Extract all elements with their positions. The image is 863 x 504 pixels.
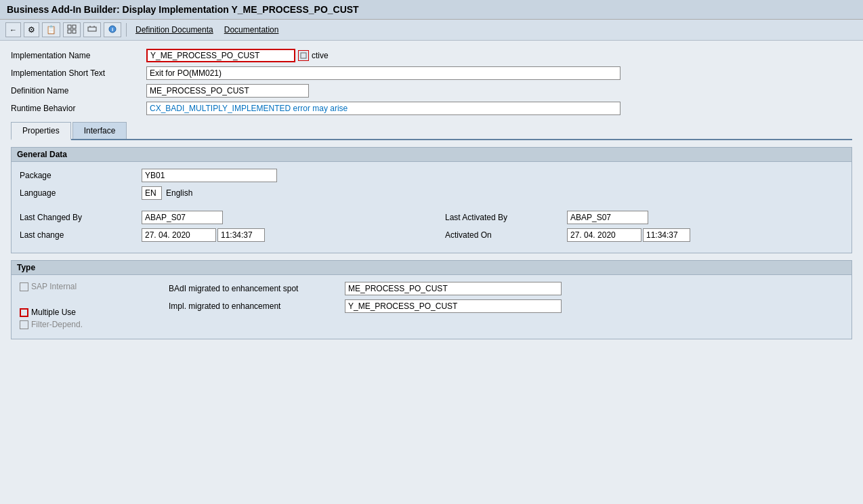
- activated-on-datetime: [567, 228, 690, 242]
- impl-short-input[interactable]: [146, 66, 620, 80]
- package-row: Package: [20, 169, 843, 182]
- runtime-value-box: CX_BADI_MULTIPLY_IMPLEMENTED error may a…: [146, 102, 620, 115]
- last-change-datetime: [142, 228, 265, 242]
- toolbar-icon-5: i: [108, 24, 117, 35]
- toolbar-icon-3: [67, 24, 77, 35]
- toolbar-btn-3[interactable]: [63, 22, 81, 37]
- svg-rect-0: [68, 25, 71, 28]
- activated-on-time-input[interactable]: [643, 228, 690, 242]
- language-row: Language English: [20, 186, 843, 200]
- def-name-input[interactable]: [146, 84, 309, 98]
- impl-short-label: Implementation Short Text: [11, 68, 146, 78]
- runtime-row: Runtime Behavior CX_BADI_MULTIPLY_IMPLEM…: [11, 102, 852, 115]
- impl-short-value-group: [146, 66, 620, 80]
- activated-on-row: Activated On: [445, 228, 843, 242]
- svg-rect-1: [72, 25, 76, 28]
- svg-rect-4: [88, 27, 96, 31]
- last-change-time-input[interactable]: [217, 228, 265, 242]
- type-right: BAdI migrated to enhancement spot Impl. …: [169, 282, 843, 332]
- toolbar-separator: [126, 23, 127, 37]
- type-left: SAP Internal Multiple Use Filter-Depend.: [20, 282, 169, 332]
- title-bar: Business Add-In Builder: Display Impleme…: [0, 0, 863, 20]
- toolbar-btn-4[interactable]: [83, 22, 101, 37]
- spacer-type: [20, 294, 169, 308]
- last-change-label: Last change: [20, 230, 142, 240]
- two-col-group: Last Changed By Last change Last Activat…: [20, 211, 843, 246]
- svg-rect-2: [68, 30, 71, 33]
- impl-migrated-row: Impl. migrated to enhancement: [169, 299, 843, 313]
- type-body: SAP Internal Multiple Use Filter-Depend.: [12, 275, 851, 339]
- svg-text:i: i: [112, 26, 113, 33]
- right-col: Last Activated By Activated On: [445, 211, 843, 246]
- back-button[interactable]: ←: [5, 22, 21, 37]
- impl-name-value-group: ctive: [146, 49, 329, 62]
- last-changed-by-input[interactable]: [142, 211, 223, 224]
- last-activated-by-label: Last Activated By: [445, 213, 567, 222]
- general-data-header: General Data: [12, 148, 851, 162]
- badi-migrated-row: BAdI migrated to enhancement spot: [169, 282, 843, 295]
- last-activated-by-input[interactable]: [567, 211, 648, 224]
- impl-name-icon[interactable]: [298, 50, 309, 61]
- general-data-section: General Data Package Language English La…: [11, 147, 852, 253]
- type-content: SAP Internal Multiple Use Filter-Depend.: [20, 282, 843, 332]
- def-name-row: Definition Name: [11, 84, 852, 98]
- toolbar-icon-1: ⚙: [28, 25, 35, 35]
- filter-depend-row: Filter-Depend.: [20, 320, 169, 329]
- sap-internal-row: SAP Internal: [20, 282, 169, 291]
- impl-name-label: Implementation Name: [11, 51, 146, 60]
- documentation-menu[interactable]: Documentation: [220, 24, 283, 36]
- filter-depend-label: Filter-Depend.: [31, 320, 83, 329]
- back-icon: ←: [9, 26, 17, 34]
- impl-migrated-input[interactable]: [345, 299, 562, 313]
- language-label: Language: [20, 188, 142, 198]
- language-code-input[interactable]: [142, 186, 162, 200]
- main-content: Implementation Name ctive Implementation…: [0, 41, 863, 348]
- multiple-use-row: Multiple Use: [20, 308, 169, 317]
- filter-depend-checkbox[interactable]: [20, 320, 28, 329]
- last-activated-by-row: Last Activated By: [445, 211, 843, 224]
- tab-properties[interactable]: Properties: [11, 122, 71, 140]
- tab-interface[interactable]: Interface: [72, 122, 127, 139]
- general-data-body: Package Language English Last Changed By…: [12, 162, 851, 253]
- type-section: Type SAP Internal Multiple Use: [11, 260, 852, 339]
- multiple-use-checkbox[interactable]: [20, 308, 28, 317]
- active-suffix: ctive: [312, 51, 329, 60]
- impl-migrated-label: Impl. migrated to enhancement: [169, 301, 345, 311]
- toolbar: ← ⚙ 📋 i: [0, 20, 863, 41]
- sap-internal-label: SAP Internal: [31, 282, 77, 291]
- multiple-use-label: Multiple Use: [31, 308, 76, 317]
- definition-documenta-menu[interactable]: Definition Documenta: [131, 24, 217, 36]
- last-change-row: Last change: [20, 228, 418, 242]
- last-change-date-input[interactable]: [142, 228, 216, 242]
- def-name-value-group: [146, 84, 309, 98]
- toolbar-icon-2: 📋: [46, 25, 56, 35]
- last-changed-by-label: Last Changed By: [20, 213, 142, 222]
- impl-name-input[interactable]: [146, 49, 295, 62]
- sap-internal-checkbox[interactable]: [20, 282, 28, 291]
- impl-name-row: Implementation Name ctive: [11, 49, 852, 62]
- tabs-container: Properties Interface: [11, 122, 852, 140]
- activated-on-label: Activated On: [445, 230, 567, 240]
- type-header: Type: [12, 261, 851, 275]
- runtime-label: Runtime Behavior: [11, 104, 146, 113]
- badi-migrated-input[interactable]: [345, 282, 562, 295]
- impl-short-row: Implementation Short Text: [11, 66, 852, 80]
- def-name-label: Definition Name: [11, 86, 146, 96]
- toolbar-btn-2[interactable]: 📋: [42, 22, 60, 37]
- runtime-value: CX_BADI_MULTIPLY_IMPLEMENTED error may a…: [150, 104, 348, 113]
- toolbar-btn-1[interactable]: ⚙: [24, 22, 39, 37]
- activated-on-date-input[interactable]: [567, 228, 641, 242]
- package-label: Package: [20, 171, 142, 180]
- window-title: Business Add-In Builder: Display Impleme…: [7, 4, 359, 15]
- package-input[interactable]: [142, 169, 277, 182]
- last-changed-by-row: Last Changed By: [20, 211, 418, 224]
- toolbar-btn-5[interactable]: i: [104, 22, 121, 37]
- language-name: English: [166, 188, 192, 198]
- svg-rect-9: [301, 53, 306, 58]
- svg-rect-3: [72, 30, 76, 33]
- badi-migrated-label: BAdI migrated to enhancement spot: [169, 284, 345, 293]
- toolbar-icon-4: [87, 24, 97, 35]
- left-col: Last Changed By Last change: [20, 211, 418, 246]
